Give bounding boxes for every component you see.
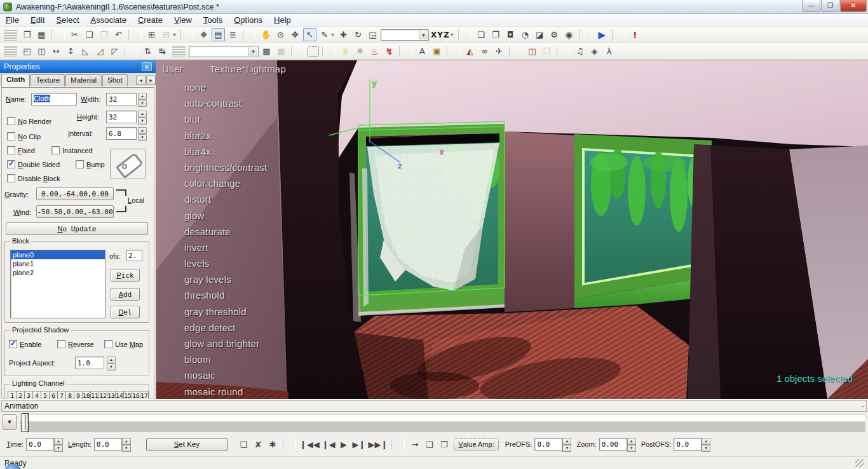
open-icon[interactable]: ❐ [20, 28, 34, 41]
terrain-icon[interactable]: ◭ [463, 44, 477, 58]
axis-mode-label[interactable]: XYZ [430, 28, 451, 41]
filter-item[interactable]: levels [184, 255, 268, 271]
timeline-thumb[interactable] [22, 413, 29, 432]
cut-icon[interactable]: ✂ [68, 28, 81, 41]
filter-item[interactable]: none [184, 79, 268, 95]
resize-grip[interactable] [855, 459, 864, 467]
postofs-input[interactable] [674, 438, 702, 451]
filter-item[interactable]: edge detect [184, 320, 268, 336]
gear-icon[interactable]: ⚙ [548, 28, 561, 41]
fit-height-icon[interactable]: ↕ [64, 44, 78, 58]
spark-icon[interactable]: ↯ [383, 44, 396, 58]
image-color-icon[interactable]: ▩ [260, 44, 273, 58]
delete-key-icon[interactable]: ✘ [252, 438, 265, 451]
play-icon[interactable]: ▶ [595, 28, 609, 41]
actor-icon[interactable]: λ [602, 44, 616, 58]
track-dropdown-button[interactable]: ▼ [3, 414, 17, 430]
tab-scroll-right-icon[interactable]: ▸ [146, 76, 156, 85]
panel-close-icon[interactable]: ✕ [142, 62, 152, 71]
copy-key-icon[interactable]: ❑ [423, 438, 436, 451]
texture-combobox[interactable] [189, 46, 259, 57]
timeline-track[interactable] [20, 413, 865, 433]
pan-icon[interactable]: ✋ [259, 28, 273, 41]
menu-edit[interactable]: Edit [25, 14, 50, 26]
filter-item[interactable]: auto-contrast [184, 95, 268, 111]
pick-button[interactable]: Pick [111, 269, 140, 282]
corner-tl-icon[interactable]: ◸ [108, 44, 121, 58]
height-spinner[interactable]: ▲▼ [138, 111, 147, 123]
name-input[interactable]: Cloth [31, 93, 77, 105]
bounding-box-2-icon[interactable]: ❐ [489, 28, 503, 41]
time-input[interactable] [26, 438, 54, 451]
block-list-item[interactable]: plane2 [11, 268, 105, 277]
no-render-checkbox[interactable]: No Render [7, 117, 51, 125]
postofs-spinner[interactable]: ▲▼ [702, 438, 710, 451]
gravity-value-button[interactable]: 0.00,-64.00,0.00 [36, 187, 114, 200]
restore-button[interactable]: ❐ [821, 0, 839, 12]
value-amp-button[interactable]: Value Amp: [454, 438, 498, 451]
draw-caret-icon[interactable]: ▾ [330, 28, 336, 41]
menu-help[interactable]: Help [268, 14, 297, 26]
scale-icon[interactable]: ◲ [366, 28, 379, 41]
paste-icon[interactable]: ❒ [97, 28, 111, 41]
menu-select[interactable]: Select [50, 14, 85, 26]
zoom-spinner[interactable]: ▲▼ [627, 438, 636, 451]
axis-caret-icon[interactable]: ▾ [449, 28, 455, 41]
close-button[interactable]: ✕ [840, 0, 867, 12]
paste-key-icon[interactable]: ❒ [437, 438, 451, 451]
enable-checkbox[interactable]: Enable [9, 340, 41, 348]
export-caret-icon[interactable]: ▾ [172, 28, 177, 41]
fit-width-icon[interactable]: ↔ [50, 44, 63, 58]
tab-texture[interactable]: Texture [31, 74, 65, 86]
marquee-icon[interactable]: ▢ [308, 46, 319, 57]
particles-icon[interactable]: ❄ [353, 44, 367, 58]
next-frame-icon[interactable]: ▶❙ [352, 438, 367, 451]
spin-vertical-icon[interactable]: ⇅ [141, 44, 154, 58]
instanced-checkbox[interactable]: Instanced [51, 146, 93, 154]
add-button[interactable]: Add [111, 288, 140, 301]
ofs-input[interactable] [126, 250, 142, 261]
export-icon[interactable]: ⊟ [159, 28, 173, 41]
preofs-spinner[interactable]: ▲▼ [562, 438, 571, 451]
prefab-icon[interactable]: ❒ [540, 44, 553, 58]
filter-item[interactable]: desaturate [184, 224, 268, 240]
rotate-icon[interactable]: ↻ [351, 28, 365, 41]
orbit-icon[interactable]: ✥ [288, 28, 302, 41]
menu-associate[interactable]: Associate [85, 14, 132, 26]
viewport-3d[interactable]: User Texture*Lightmap noneauto-contrastb… [156, 60, 868, 399]
aircraft-icon[interactable]: ✈ [492, 44, 506, 58]
font-icon[interactable]: A [416, 44, 429, 58]
menu-options[interactable]: Options [228, 14, 268, 26]
fire-icon[interactable]: ♨ [368, 44, 381, 58]
block-list-item[interactable]: plane0 [11, 250, 105, 259]
draw-icon[interactable]: ✎ [318, 28, 331, 41]
interval-spinner[interactable]: ▲▼ [138, 127, 147, 140]
move-icon[interactable]: ✚ [337, 28, 350, 41]
menu-file[interactable]: File [0, 14, 25, 26]
filter-item[interactable]: brightness/contrast [184, 160, 268, 175]
properties-icon[interactable]: ▤ [212, 28, 225, 41]
refresh-keys-icon[interactable]: ✱ [266, 438, 280, 451]
align-grid-icon[interactable]: ◫ [35, 44, 48, 58]
fixed-checkbox[interactable]: Fixed [7, 146, 35, 154]
filter-item[interactable]: gray threshold [184, 304, 268, 320]
axis-swap-icon[interactable]: ↹ [156, 44, 169, 58]
new-key-icon[interactable]: ❏ [237, 438, 250, 451]
object-name-combobox[interactable] [381, 29, 429, 41]
height-input[interactable] [106, 111, 137, 123]
tile-icon[interactable]: ◈ [588, 44, 601, 58]
block-list-item[interactable]: plane1 [11, 259, 105, 268]
wind-value-button[interactable]: -50.50,0.00,-63.00 [36, 205, 114, 218]
length-spinner[interactable]: ▲▼ [122, 438, 131, 451]
render-gear-icon[interactable]: ◉ [562, 28, 576, 41]
reverse-checkbox[interactable]: Reverse [57, 340, 94, 348]
filter-item[interactable]: glow and brighter [184, 336, 268, 351]
filter-item[interactable]: blur [184, 111, 268, 127]
filter-item[interactable]: color change [184, 175, 268, 191]
zoom-input[interactable] [599, 438, 627, 451]
goto-icon[interactable]: → [408, 438, 421, 451]
menu-view[interactable]: View [168, 14, 198, 26]
vehicle-icon[interactable]: ∞ [478, 44, 491, 58]
bump-checkbox[interactable]: Bump [76, 160, 105, 168]
record-icon[interactable]: ◪ [533, 28, 546, 41]
